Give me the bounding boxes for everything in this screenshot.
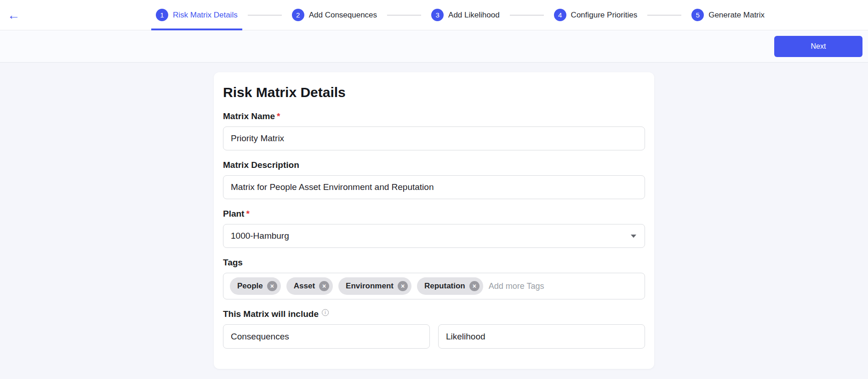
matrix-include-row: Consequences Likelihood (223, 324, 645, 349)
matrix-include-label: This Matrix will include (223, 309, 319, 320)
step-4-label: Configure Priorities (571, 11, 638, 20)
matrix-name-input[interactable] (223, 126, 645, 150)
step-3-label: Add Likelihood (448, 11, 500, 20)
tag-remove-button[interactable]: × (267, 281, 277, 291)
add-tags-input[interactable] (489, 281, 638, 291)
matrix-name-label: Matrix Name* (223, 111, 645, 122)
step-1-label: Risk Matrix Details (173, 11, 238, 20)
wizard-header: ← 1 Risk Matrix Details 2 Add Consequenc… (0, 0, 868, 30)
tag-remove-button[interactable]: × (319, 281, 329, 291)
matrix-description-input[interactable] (223, 175, 645, 199)
close-icon: × (322, 281, 326, 291)
step-4-number-badge: 4 (554, 9, 566, 21)
tag-remove-button[interactable]: × (469, 281, 480, 291)
step-5-number-badge: 5 (691, 9, 704, 21)
tag-chip-asset: Asset × (286, 277, 333, 295)
next-button[interactable]: Next (774, 36, 862, 57)
step-add-consequences[interactable]: 2 Add Consequences (287, 0, 382, 30)
required-asterisk: * (246, 209, 249, 218)
tag-chip-reputation: Reputation × (417, 277, 483, 295)
chevron-down-icon (631, 235, 636, 238)
tag-remove-button[interactable]: × (398, 281, 408, 291)
tag-chip-label: Asset (294, 281, 315, 291)
info-icon[interactable]: i (322, 309, 329, 316)
tag-chip-label: Reputation (424, 281, 465, 291)
plant-select[interactable]: 1000-Hamburg (223, 224, 645, 248)
action-toolbar: Next (0, 30, 868, 63)
back-arrow-icon: ← (7, 8, 20, 22)
step-2-number-badge: 2 (292, 9, 304, 21)
risk-matrix-details-card: Risk Matrix Details Matrix Name* Matrix … (214, 72, 654, 369)
include-box-consequences: Consequences (223, 324, 430, 349)
required-asterisk: * (277, 111, 280, 121)
back-button[interactable]: ← (5, 8, 23, 22)
step-connector (510, 15, 544, 16)
step-configure-priorities[interactable]: 4 Configure Priorities (549, 0, 642, 30)
close-icon: × (401, 281, 405, 291)
close-icon: × (473, 281, 476, 291)
step-connector (387, 15, 421, 16)
step-connector (647, 15, 681, 16)
step-5-label: Generate Matrix (708, 11, 765, 20)
tag-chip-label: People (237, 281, 263, 291)
main-content: Risk Matrix Details Matrix Name* Matrix … (0, 63, 868, 379)
step-risk-matrix-details[interactable]: 1 Risk Matrix Details (151, 0, 242, 30)
tag-chip-label: Environment (346, 281, 394, 291)
step-add-likelihood[interactable]: 3 Add Likelihood (427, 0, 504, 30)
close-icon: × (270, 281, 274, 291)
matrix-name-label-text: Matrix Name (223, 111, 275, 121)
wizard-stepper: 1 Risk Matrix Details 2 Add Consequences… (151, 0, 769, 30)
tags-label: Tags (223, 257, 645, 268)
tag-chip-people: People × (230, 277, 281, 295)
step-3-number-badge: 3 (431, 9, 444, 21)
plant-label: Plant* (223, 208, 645, 219)
page-title: Risk Matrix Details (223, 84, 645, 101)
plant-label-text: Plant (223, 209, 244, 218)
matrix-description-label: Matrix Description (223, 160, 645, 171)
tags-field: People × Asset × Environment × Reputatio… (223, 273, 645, 299)
step-2-label: Add Consequences (309, 11, 377, 20)
step-connector (248, 15, 282, 16)
matrix-include-label-row: This Matrix will include i (223, 309, 645, 320)
step-1-number-badge: 1 (156, 9, 168, 21)
plant-select-value: 1000-Hamburg (231, 231, 289, 241)
active-step-indicator (151, 29, 242, 30)
tag-chip-environment: Environment × (338, 277, 411, 295)
include-box-likelihood: Likelihood (438, 324, 645, 349)
step-generate-matrix[interactable]: 5 Generate Matrix (687, 0, 769, 30)
